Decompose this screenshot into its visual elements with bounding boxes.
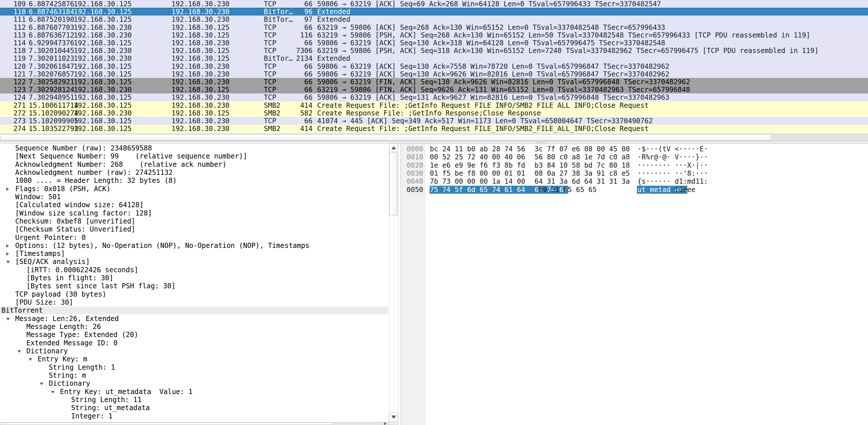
detail-tree-row[interactable]: String Length: 1 — [0, 363, 388, 371]
detail-tree-row[interactable]: String: ut_metadata — [0, 404, 388, 412]
packet-no: 124 — [0, 93, 26, 101]
detail-tree-row[interactable]: [Next Sequence Number: 99 (relative sequ… — [0, 152, 388, 160]
detail-tree-row[interactable]: String: m — [0, 371, 388, 380]
hex-row[interactable]: 00201e e6 e9 9e f6 f3 8b fdb3 84 10 58 b… — [401, 161, 868, 169]
packet-row[interactable]: 1136.887636712192.168.30.230192.168.30.1… — [0, 31, 868, 39]
expander-expanded-icon[interactable] — [51, 391, 55, 393]
pane-splitter[interactable] — [0, 141, 868, 143]
packet-time: 7.302010445 — [29, 47, 74, 55]
packet-row[interactable]: 27415.103522793192.168.30.125192.168.30.… — [0, 125, 868, 133]
detail-tree-row[interactable]: Extended Message ID: 0 — [0, 339, 388, 347]
packet-length: 66 — [282, 117, 313, 125]
packet-row[interactable]: 1237.302928124192.168.30.230192.168.30.1… — [0, 86, 868, 94]
packet-destination: 192.168.30.230 — [172, 78, 229, 86]
detail-tree-row[interactable]: Urgent Pointer: 0 — [0, 234, 388, 241]
scroll-down-button[interactable] — [390, 413, 398, 422]
detail-tree-row[interactable]: [Calculated window size: 64128] — [0, 201, 388, 209]
detail-tree-row[interactable]: Acknowledgment number (raw): 274251132 — [0, 168, 388, 176]
detail-field-text: Dictionary — [26, 347, 68, 355]
detail-tree-row[interactable]: Entry Key: ut_metadata Value: 1 — [0, 388, 388, 396]
arrow-up-icon — [392, 146, 396, 149]
packet-row[interactable]: 1116.887520190192.168.30.125192.168.30.2… — [0, 15, 868, 24]
detail-tree-row[interactable]: Message Type: Extended (20) — [0, 331, 388, 339]
packet-protocol: TCP — [264, 31, 276, 39]
detail-tree-row[interactable]: String Length: 11 — [0, 396, 388, 404]
packet-row[interactable]: 1096.887425876192.168.30.125192.168.30.2… — [0, 0, 868, 8]
packet-source: 192.168.30.125 — [74, 78, 132, 86]
detail-field-text: Checksum: 0xbef8 [unverified] — [15, 217, 135, 225]
packet-row[interactable]: 1247.302948951192.168.30.125192.168.30.2… — [0, 93, 868, 101]
detail-tree-row[interactable]: BitTorrent — [0, 306, 388, 315]
packet-row[interactable]: 1197.302011023192.168.30.230192.168.30.1… — [0, 55, 868, 63]
detail-tree-row[interactable]: Integer: 1 — [0, 412, 388, 420]
detail-tree-row[interactable]: [SEQ/ACK analysis] — [0, 258, 388, 266]
hex-bytes-group1: bc 24 11 b0 ab 28 74 56 — [430, 145, 525, 153]
detail-tree-row[interactable]: [Bytes sent since last PSH flag: 30] — [0, 282, 388, 290]
expander-expanded-icon[interactable] — [29, 358, 32, 361]
detail-tree-row[interactable]: [Window size scaling factor: 128] — [0, 209, 388, 217]
detail-tree-row[interactable]: Message Length: 26 — [0, 323, 388, 331]
detail-tree-row[interactable]: Dictionary — [0, 347, 388, 355]
detail-tree-row[interactable]: Acknowledgment Number: 268 (relative ack… — [0, 161, 388, 168]
packet-list-hscrollbar[interactable] — [0, 134, 868, 141]
detail-tree-row[interactable]: [PDU Size: 30] — [0, 298, 388, 306]
expander-expanded-icon[interactable] — [6, 261, 10, 263]
packet-length: 582 — [282, 109, 313, 117]
packet-row[interactable]: 1227.302582921192.168.30.125192.168.30.2… — [0, 78, 868, 86]
packet-row[interactable]: 1126.887607703192.168.30.230192.168.30.1… — [0, 24, 868, 32]
detail-hscrollbar[interactable] — [0, 422, 389, 425]
packet-row[interactable]: 1187.302010445192.168.30.230192.168.30.1… — [0, 47, 868, 55]
packet-list-hscrollbar-thumb[interactable] — [0, 134, 772, 141]
packet-row[interactable]: 27215.102090274192.168.30.230192.168.30.… — [0, 109, 868, 117]
packet-row[interactable]: 1217.302076857192.168.30.125192.168.30.2… — [0, 70, 868, 78]
detail-tree-row[interactable]: [iRTT: 0.000622426 seconds] — [0, 266, 388, 274]
expander-expanded-icon[interactable] — [6, 318, 10, 320]
detail-tree-row[interactable]: TCP payload (30 bytes) — [0, 290, 388, 298]
detail-tree-row[interactable]: Flags: 0x018 (PSH, ACK) — [0, 185, 388, 193]
detail-tree-row[interactable]: [Bytes in flight: 30] — [0, 274, 388, 282]
detail-tree-row[interactable]: 1000 .... = Header Length: 32 bytes (8) — [0, 176, 388, 185]
hex-bytes-group1: 00 52 25 72 40 00 40 06 — [430, 153, 525, 161]
detail-tree-row[interactable]: Sequence Number (raw): 2348659588 — [0, 144, 388, 152]
scroll-up-button[interactable] — [390, 143, 398, 152]
packet-info: Extended — [317, 15, 350, 24]
packet-row[interactable]: 1207.302061847192.168.30.125192.168.30.2… — [0, 63, 868, 70]
splitter-handle-icon[interactable] — [536, 142, 546, 143]
hex-row[interactable]: 005075 74 5f 6d 65 74 61 6461 74 61 69 3… — [401, 186, 868, 194]
expander-collapsed-icon[interactable] — [6, 244, 9, 248]
detail-tree-row[interactable]: Window: 501 — [0, 193, 388, 201]
packet-row[interactable]: 27315.102099905192.168.30.125192.168.30.… — [0, 117, 868, 125]
detail-vscrollbar[interactable] — [389, 143, 398, 422]
expander-expanded-icon[interactable] — [40, 383, 43, 385]
hex-offset: 0040 — [407, 177, 423, 186]
detail-hscrollbar-thumb[interactable] — [0, 422, 333, 425]
packet-row[interactable]: 27115.100611714192.168.30.125192.168.30.… — [0, 101, 868, 109]
detail-tree-row[interactable]: [Checksum Status: Unverified] — [0, 225, 388, 233]
packet-no: 111 — [0, 15, 26, 24]
detail-tree-row[interactable]: Message: Len:26, Extended — [0, 315, 388, 323]
scroll-right-button[interactable] — [382, 422, 389, 425]
hex-row[interactable]: 003001 f5 be f8 00 00 01 0108 0a 27 38 3… — [401, 169, 868, 177]
hex-row[interactable]: 001000 52 25 72 40 00 40 0656 80 c0 a8 1… — [401, 153, 868, 161]
packet-no: 121 — [0, 70, 26, 78]
hex-row[interactable]: 00407b 73 00 00 00 1a 14 0064 31 3a 6d 6… — [401, 177, 868, 186]
packet-protocol: TCP — [264, 70, 276, 78]
packet-length: 7306 — [282, 47, 313, 55]
detail-tree-row[interactable]: Checksum: 0xbef8 [unverified] — [0, 217, 388, 225]
detail-tree-row[interactable]: Dictionary — [0, 380, 388, 388]
packet-time: 7.302011023 — [29, 55, 74, 63]
detail-tree-row[interactable]: Options: (12 bytes), No-Operation (NOP),… — [0, 241, 388, 250]
packet-info: 59806 → 63219 [ACK] Seq=130 Ack=9626 Win… — [317, 70, 669, 78]
hex-row[interactable]: 0000bc 24 11 b0 ab 28 74 563c 7f 07 e6 0… — [401, 145, 868, 153]
packet-row[interactable]: 1106.887463184192.168.30.125192.168.30.2… — [0, 8, 868, 16]
packet-no: 123 — [0, 86, 26, 94]
detail-tree-row[interactable]: Entry Key: m — [0, 355, 388, 363]
expander-collapsed-icon[interactable] — [6, 252, 9, 256]
expander-collapsed-icon[interactable] — [6, 188, 9, 191]
detail-tree-row[interactable]: [Timestamps] — [0, 250, 388, 258]
detail-vscrollbar-thumb[interactable] — [390, 152, 398, 216]
packet-time: 6.887425876 — [29, 0, 74, 8]
expander-expanded-icon[interactable] — [18, 350, 21, 353]
packet-row[interactable]: 1146.929947376192.168.30.125192.168.30.2… — [0, 39, 868, 47]
packet-no: 122 — [0, 78, 26, 86]
